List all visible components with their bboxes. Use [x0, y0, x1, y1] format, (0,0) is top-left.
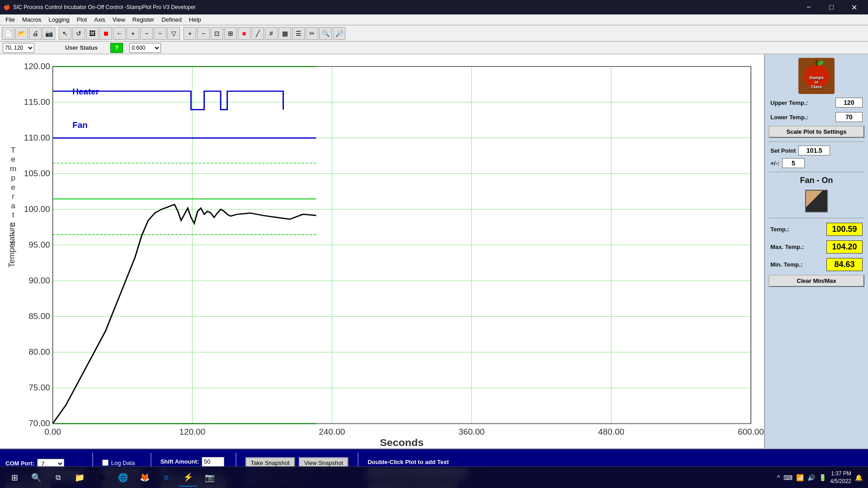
- lower-temp-row: Lower Temp.: 70: [769, 111, 864, 123]
- user-status-label: User Status: [65, 44, 98, 51]
- lower-temp-label: Lower Temp.:: [770, 114, 808, 121]
- svg-text:105.00: 105.00: [24, 169, 50, 178]
- notification-icon[interactable]: 🔔: [855, 474, 863, 481]
- close-button[interactable]: ✕: [844, 0, 864, 14]
- svg-text:70.00: 70.00: [28, 419, 50, 428]
- maximize-button[interactable]: □: [821, 0, 842, 14]
- script-button[interactable]: ✂: [306, 27, 318, 40]
- toolbar: 📄 📂 🖨 📷 ↖ ↺ 🖼 ⏹ ← + − ~ ▽ + − ⊡ ⊞ ■ ╱ # …: [0, 25, 868, 42]
- start-button[interactable]: ⊞: [5, 469, 24, 487]
- upper-temp-value[interactable]: 120: [835, 98, 863, 108]
- table-button[interactable]: ▦: [278, 27, 291, 40]
- clock[interactable]: 1:37 PM 4/5/2022: [830, 470, 851, 485]
- plot-area[interactable]: 120.00 115.00 110.00 105.00 100.00 95.00…: [0, 54, 764, 448]
- open-button[interactable]: 📂: [15, 27, 28, 40]
- svg-text:0.00: 0.00: [44, 427, 61, 436]
- menu-register[interactable]: Register: [129, 15, 158, 24]
- com-port-label: COM Port:: [5, 460, 34, 467]
- minimize-button[interactable]: −: [798, 0, 819, 14]
- plot-svg[interactable]: 120.00 115.00 110.00 105.00 100.00 95.00…: [0, 54, 764, 448]
- minus-button[interactable]: −: [140, 27, 153, 40]
- double-click-label: Double-Click Plot to add Text: [368, 459, 476, 465]
- expand-button[interactable]: ⊞: [224, 27, 237, 40]
- clock-time: 1:37 PM: [830, 470, 851, 478]
- cursor-button[interactable]: ╱: [251, 27, 264, 40]
- svg-text:110.00: 110.00: [24, 133, 50, 142]
- menu-axis[interactable]: Axis: [90, 15, 109, 24]
- plus2-button[interactable]: +: [184, 27, 196, 40]
- volume-icon[interactable]: 🔊: [807, 474, 815, 481]
- menu-defined[interactable]: Defined: [158, 15, 185, 24]
- firefox-icon[interactable]: 🦊: [136, 469, 154, 487]
- camera2-icon[interactable]: 📷: [201, 469, 219, 487]
- svg-text:85.00: 85.00: [28, 311, 50, 320]
- print-button[interactable]: 🖨: [29, 27, 42, 40]
- speed-selector[interactable]: 0.600: [129, 43, 161, 53]
- image-button[interactable]: 🖼: [86, 27, 99, 40]
- svg-text:r: r: [12, 192, 14, 201]
- wave-button[interactable]: ~: [154, 27, 166, 40]
- svg-text:75.00: 75.00: [28, 383, 50, 392]
- min-temp-row: Min. Temp.: 84.63: [769, 257, 864, 272]
- svg-text:e: e: [11, 155, 15, 164]
- magnify-button[interactable]: 🔎: [333, 27, 345, 40]
- shift-amount-label: Shift Amount:: [160, 458, 199, 465]
- red-sq-button[interactable]: ■: [238, 27, 250, 40]
- fan-color-box: [805, 190, 828, 212]
- log-data-checkbox[interactable]: [102, 460, 108, 466]
- min-temp-value: 84.63: [826, 258, 863, 271]
- scale-plot-button[interactable]: Scale Plot to Settings: [769, 126, 864, 138]
- menu-help[interactable]: Help: [185, 15, 205, 24]
- max-temp-row: Max. Temp.: 104.20: [769, 239, 864, 254]
- mail-icon[interactable]: ✉: [92, 469, 110, 487]
- grid-button[interactable]: #: [265, 27, 278, 40]
- position-selector[interactable]: 70, 120: [3, 43, 34, 53]
- battery-icon[interactable]: 🔋: [819, 474, 826, 481]
- down-button[interactable]: ▽: [167, 27, 180, 40]
- menu-file[interactable]: File: [2, 15, 19, 24]
- stop-button[interactable]: ⏹: [99, 27, 112, 40]
- rotate-button[interactable]: ↺: [72, 27, 85, 40]
- title-bar: 🍎 SIC Process Control Incubator On-Off C…: [0, 0, 868, 14]
- svg-text:360.00: 360.00: [458, 427, 485, 436]
- menu-macros[interactable]: Macros: [19, 15, 45, 24]
- tray-icons: ^ ⌨ 📶 🔊 🔋: [777, 474, 827, 481]
- menu-bar: File Macros Logging Plot Axis View Regis…: [0, 14, 868, 25]
- pointer-button[interactable]: ↖: [59, 27, 71, 40]
- chrome-icon[interactable]: 🌐: [114, 469, 132, 487]
- set-point-value[interactable]: 101.5: [798, 145, 830, 155]
- camera-button[interactable]: 📷: [42, 27, 55, 40]
- lower-temp-value[interactable]: 70: [835, 112, 863, 122]
- svg-text:e: e: [11, 183, 15, 191]
- minus2-button[interactable]: −: [197, 27, 210, 40]
- plus-button[interactable]: +: [127, 27, 139, 40]
- taskview-icon[interactable]: ⧉: [49, 469, 67, 487]
- svg-text:t: t: [12, 211, 14, 219]
- stampplot-icon[interactable]: ⚡: [179, 469, 197, 487]
- zoom-button[interactable]: 🔍: [319, 27, 332, 40]
- clock-date: 4/5/2022: [830, 478, 851, 485]
- menu-view[interactable]: View: [109, 15, 129, 24]
- clear-minmax-button[interactable]: Clear Min/Max: [769, 275, 864, 287]
- edge-icon[interactable]: e: [157, 469, 175, 487]
- explorer-icon[interactable]: 📁: [71, 469, 89, 487]
- menu-plot[interactable]: Plot: [73, 15, 90, 24]
- scale-button[interactable]: ⊡: [211, 27, 223, 40]
- svg-text:Seconds: Seconds: [380, 437, 424, 448]
- menu-logging[interactable]: Logging: [45, 15, 73, 24]
- chevron-up-icon[interactable]: ^: [777, 474, 780, 481]
- back-button[interactable]: ←: [113, 27, 126, 40]
- new-button[interactable]: 📄: [2, 27, 14, 40]
- wifi-icon[interactable]: 📶: [796, 474, 804, 481]
- plus-minus-label: +/-:: [770, 160, 779, 167]
- log-data-label: Log Data: [111, 460, 135, 466]
- search-taskbar-icon[interactable]: 🔍: [27, 469, 45, 487]
- svg-text:e: e: [11, 239, 15, 247]
- plus-minus-value[interactable]: 5: [782, 158, 805, 168]
- divider-3: [769, 218, 864, 218]
- status-button[interactable]: ?: [110, 43, 123, 53]
- shift-amount-input[interactable]: [202, 457, 224, 467]
- svg-text:100.00: 100.00: [24, 204, 50, 213]
- list-button[interactable]: ☰: [292, 27, 305, 40]
- keyboard-icon[interactable]: ⌨: [783, 474, 793, 481]
